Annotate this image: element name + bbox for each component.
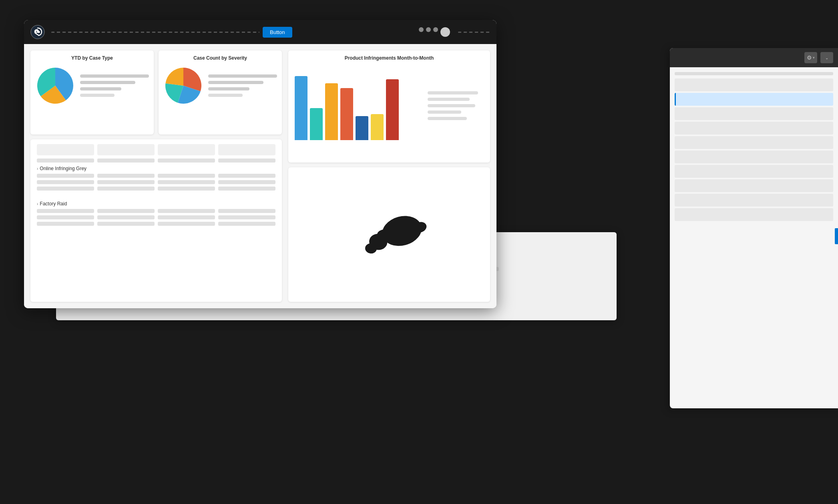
list-item[interactable] <box>675 107 833 120</box>
row-cell <box>218 187 275 191</box>
col-header-4 <box>218 144 275 155</box>
bar-chart-area <box>295 66 484 146</box>
list-item[interactable] <box>675 151 833 163</box>
bar-7 <box>386 79 399 140</box>
col-header-2 <box>97 144 155 155</box>
legend-line-1 <box>208 74 277 78</box>
dropdown-button[interactable]: ⌄ <box>820 52 833 63</box>
back-content <box>670 67 838 227</box>
steam-logo-icon <box>30 25 45 39</box>
severity-pie-chart <box>163 66 203 106</box>
gear-button[interactable]: ⚙ ▾ <box>804 52 817 63</box>
table-row <box>37 215 275 219</box>
gear-icon: ⚙ <box>807 54 812 61</box>
charts-row: YTD by Case Type Case Count by Severity <box>30 50 282 135</box>
nav-dashes <box>51 32 259 33</box>
legend-line <box>428 110 461 114</box>
bar-5 <box>356 116 368 140</box>
row-cell <box>158 187 215 191</box>
section-label-2[interactable]: › Factory Raid <box>37 201 275 207</box>
logo-card <box>288 167 490 302</box>
table-row <box>37 209 275 213</box>
nav-dots <box>419 27 450 37</box>
legend-line-2 <box>80 81 135 84</box>
ytd-pie-chart <box>35 66 75 106</box>
section1-title: Online Infringing Grey <box>40 166 86 171</box>
row-cell <box>37 187 94 191</box>
spacer <box>37 193 275 198</box>
list-item[interactable] <box>675 122 833 135</box>
col-cell <box>37 159 94 163</box>
legend-line <box>428 104 475 107</box>
bar-1 <box>295 76 307 140</box>
section2-title: Factory Raid <box>40 201 67 207</box>
row-cell <box>37 174 94 178</box>
row-cell <box>158 209 215 213</box>
row-cell <box>218 222 275 226</box>
steam-splat-icon <box>349 205 429 265</box>
row-cell <box>37 209 94 213</box>
legend-line-3 <box>80 87 121 90</box>
nav-dot-1 <box>419 27 424 32</box>
bar-4 <box>340 88 353 140</box>
ytd-legend <box>80 74 149 97</box>
legend-line-2 <box>208 81 263 84</box>
ytd-chart-card: YTD by Case Type <box>30 50 154 135</box>
list-item[interactable] <box>675 93 833 106</box>
severity-legend <box>208 74 277 97</box>
active-indicator <box>835 228 838 244</box>
col-cell <box>97 159 155 163</box>
row-cell <box>218 215 275 219</box>
ytd-chart-title: YTD by Case Type <box>35 55 149 61</box>
row-cell <box>218 180 275 184</box>
chevron-icon-1: › <box>37 167 38 171</box>
list-item[interactable] <box>675 136 833 149</box>
left-panel: YTD by Case Type Case Count by Severity <box>24 44 288 308</box>
bar-3 <box>325 83 338 140</box>
nav-button[interactable]: Button <box>263 27 292 38</box>
col-cell <box>158 159 215 163</box>
col-header-1 <box>37 144 94 155</box>
main-content-area: YTD by Case Type Case Count by Severity <box>24 44 496 308</box>
row-cell <box>97 174 155 178</box>
nav-bar: Button <box>24 20 496 44</box>
table-row <box>37 222 275 226</box>
back-window: ⚙ ▾ ⌄ <box>670 48 838 408</box>
list-item[interactable] <box>675 208 833 221</box>
row-cell <box>218 209 275 213</box>
list-item[interactable] <box>675 194 833 207</box>
bar-2 <box>310 108 323 140</box>
back-toolbar: ⚙ ▾ ⌄ <box>670 48 838 67</box>
row-cell <box>97 209 155 213</box>
legend-line-4 <box>208 94 243 97</box>
row-cell <box>37 222 94 226</box>
right-panel: Product Infringements Month-to-Month <box>288 44 496 308</box>
legend-line <box>428 117 467 120</box>
table-row <box>37 187 275 191</box>
col-cell <box>218 159 275 163</box>
bar-chart-card: Product Infringements Month-to-Month <box>288 50 490 163</box>
row-cell <box>37 215 94 219</box>
list-item[interactable] <box>675 78 833 91</box>
nav-dot-active <box>440 27 450 37</box>
main-window: Button YTD by Case Type <box>24 20 496 308</box>
row-cell <box>97 222 155 226</box>
placeholder-line <box>675 72 833 75</box>
list-item[interactable] <box>675 179 833 192</box>
severity-chart-card: Case Count by Severity <box>159 50 282 135</box>
ytd-chart-body <box>35 66 149 106</box>
nav-dot-3 <box>433 27 438 32</box>
bar-6 <box>371 114 384 140</box>
legend-line-4 <box>80 94 115 97</box>
row-cell <box>158 174 215 178</box>
list-item[interactable] <box>675 165 833 178</box>
table-subheader <box>37 159 275 163</box>
row-cell <box>97 187 155 191</box>
row-cell <box>97 215 155 219</box>
chevron-down-icon: ⌄ <box>825 56 828 60</box>
row-cell <box>97 180 155 184</box>
section-label-1[interactable]: › Online Infringing Grey <box>37 166 275 171</box>
severity-chart-title: Case Count by Severity <box>163 55 277 61</box>
severity-chart-body <box>163 66 277 106</box>
nav-dot-2 <box>426 27 431 32</box>
